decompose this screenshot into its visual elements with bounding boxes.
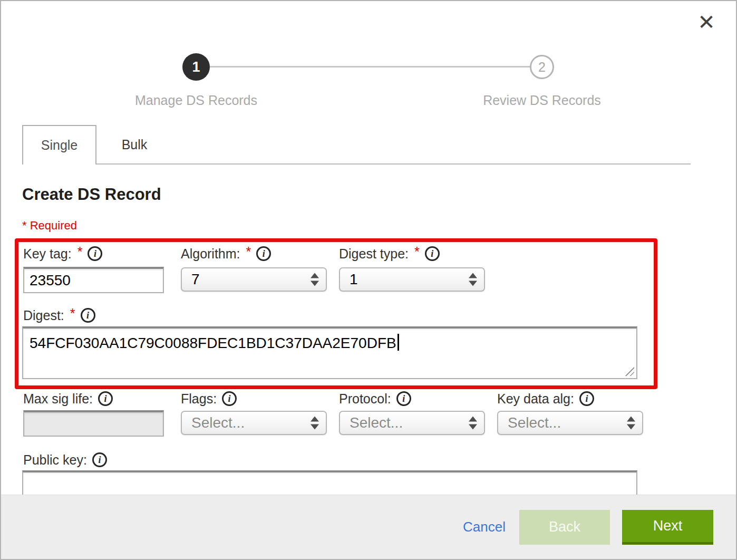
step-2-indicator: 2 — [530, 55, 554, 79]
tab-strip-divider — [96, 163, 691, 165]
digest-value: 54FCF030AA1C79C0088FDEC1BD1C37DAA2E70DFB — [30, 335, 396, 351]
step-connector-line — [210, 66, 530, 67]
key-data-alg-label-text: Key data alg: — [497, 391, 574, 407]
required-note: * Required — [22, 219, 77, 233]
info-icon[interactable]: i — [256, 246, 271, 261]
key-tag-label-text: Key tag: — [23, 246, 72, 262]
next-button[interactable]: Next — [622, 510, 713, 545]
algorithm-select[interactable]: 7 — [181, 267, 327, 292]
required-asterisk: * — [77, 244, 83, 259]
key-tag-input[interactable] — [23, 267, 164, 293]
select-spinner-icon — [469, 417, 477, 430]
close-icon[interactable]: ✕ — [694, 9, 719, 35]
info-icon[interactable]: i — [396, 391, 411, 406]
key-data-alg-select[interactable]: Select... — [497, 411, 643, 435]
required-asterisk: * — [414, 244, 420, 259]
digest-label-text: Digest: — [23, 308, 64, 323]
max-sig-life-input — [23, 410, 164, 437]
step-1-indicator: 1 — [182, 53, 210, 81]
select-spinner-icon — [469, 273, 477, 286]
create-ds-record-modal: ✕ 1 2 Manage DS Records Review DS Record… — [0, 0, 737, 560]
public-key-label: Public key: i — [23, 451, 107, 469]
digest-label: Digest: * i — [23, 306, 95, 324]
algorithm-select-value: 7 — [191, 271, 200, 288]
required-asterisk: * — [70, 306, 75, 321]
tab-single[interactable]: Single — [22, 125, 96, 165]
flags-select-value: Select... — [191, 414, 245, 431]
text-cursor — [397, 334, 399, 351]
info-icon[interactable]: i — [222, 391, 237, 406]
digest-type-label: Digest type: * i — [339, 245, 440, 263]
select-spinner-icon — [311, 417, 319, 430]
flags-select[interactable]: Select... — [181, 411, 327, 435]
step-2-label: Review DS Records — [451, 93, 633, 108]
flags-label: Flags: i — [181, 390, 237, 408]
protocol-label-text: Protocol: — [339, 391, 391, 407]
page-title: Create DS Record — [22, 185, 161, 204]
protocol-label: Protocol: i — [339, 390, 411, 408]
select-spinner-icon — [627, 417, 635, 430]
resize-grip-icon[interactable] — [624, 365, 634, 376]
info-icon[interactable]: i — [81, 308, 95, 323]
protocol-select-value: Select... — [350, 414, 403, 431]
max-sig-life-label: Max sig life: i — [23, 390, 113, 408]
required-asterisk: * — [246, 244, 251, 259]
key-tag-label: Key tag: * i — [23, 245, 102, 263]
max-sig-life-label-text: Max sig life: — [23, 391, 93, 407]
algorithm-label: Algorithm: * i — [181, 245, 271, 263]
key-data-alg-select-value: Select... — [508, 414, 561, 431]
info-icon[interactable]: i — [88, 246, 102, 261]
public-key-label-text: Public key: — [23, 452, 87, 468]
cancel-button[interactable]: Cancel — [463, 519, 506, 535]
protocol-select[interactable]: Select... — [339, 411, 485, 435]
digest-type-select[interactable]: 1 — [339, 267, 485, 292]
algorithm-label-text: Algorithm: — [181, 246, 240, 262]
step-1-label: Manage DS Records — [105, 93, 287, 108]
info-icon[interactable]: i — [579, 391, 594, 406]
info-icon[interactable]: i — [98, 391, 113, 406]
tab-bulk[interactable]: Bulk — [96, 126, 172, 163]
back-button[interactable]: Back — [519, 510, 610, 545]
digest-type-select-value: 1 — [350, 271, 358, 288]
digest-type-label-text: Digest type: — [339, 246, 409, 262]
select-spinner-icon — [311, 273, 319, 286]
info-icon[interactable]: i — [92, 452, 107, 467]
modal-footer: Cancel Back Next — [1, 495, 736, 559]
key-data-alg-label: Key data alg: i — [497, 390, 594, 408]
flags-label-text: Flags: — [181, 391, 217, 407]
digest-textarea[interactable]: 54FCF030AA1C79C0088FDEC1BD1C37DAA2E70DFB — [22, 326, 637, 379]
info-icon[interactable]: i — [425, 246, 440, 261]
